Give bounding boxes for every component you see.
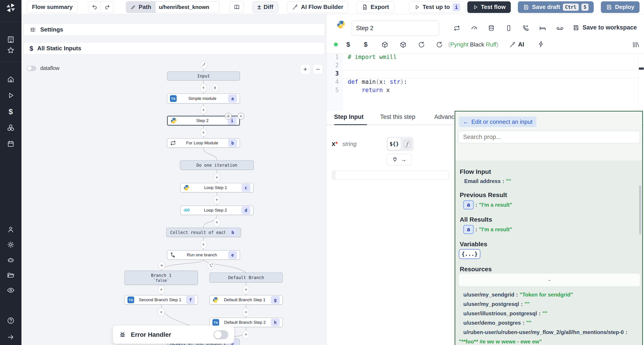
- zoom-out-button[interactable]: −: [313, 64, 323, 74]
- tab-test-this-step[interactable]: Test this step: [380, 113, 416, 120]
- sidebar-item-settings-gear-icon[interactable]: [7, 241, 14, 249]
- code-line[interactable]: def main(x: str):: [343, 78, 638, 87]
- remove-branch-button[interactable]: ×: [158, 261, 165, 270]
- node-for-loop[interactable]: For Loop Module b: [167, 138, 240, 148]
- node-loop-step-1[interactable]: Loop Step 1 c: [180, 183, 253, 192]
- refresh-icon[interactable]: [418, 41, 425, 48]
- add-step-button[interactable]: +: [158, 285, 164, 294]
- sidebar-item-help-icon[interactable]: [7, 317, 14, 325]
- path-label-segment[interactable]: Path: [126, 1, 156, 13]
- resource-row[interactable]: u/user/my_postgresql:"": [463, 301, 530, 307]
- redo-button[interactable]: [101, 1, 113, 13]
- error-handler-toggle[interactable]: [214, 330, 228, 339]
- connect-panel-scrollbar[interactable]: [639, 185, 641, 234]
- refresh-icon[interactable]: [436, 41, 443, 48]
- add-step-button[interactable]: +: [214, 196, 220, 204]
- sidebar-item-favorites-star-icon[interactable]: [7, 46, 14, 54]
- docs-book-button[interactable]: [230, 1, 244, 13]
- add-step-button[interactable]: +: [214, 218, 220, 227]
- connect-input-button[interactable]: →: [386, 154, 412, 165]
- early-stop-gauge-icon[interactable]: [471, 24, 478, 32]
- sidebar-item-resources-cubes-icon[interactable]: [7, 124, 14, 131]
- add-step-button[interactable]: +: [158, 308, 164, 317]
- code-editor[interactable]: # import wmilldef main(x: str): return x: [343, 54, 638, 111]
- resource-row[interactable]: u/user/demo_postgres:"": [463, 320, 531, 326]
- add-step-button[interactable]: +: [214, 173, 220, 182]
- add-branch-button[interactable]: [208, 261, 214, 270]
- edit-or-connect-back-button[interactable]: ← Edit or connect an input: [459, 116, 536, 127]
- code-line[interactable]: [343, 62, 638, 70]
- node-flow-input[interactable]: Input: [167, 71, 240, 80]
- resources-empty-box[interactable]: -: [459, 274, 640, 286]
- retry-icon[interactable]: [453, 24, 460, 32]
- sidebar-item-workers-robot-icon[interactable]: [7, 256, 14, 264]
- add-step-button[interactable]: +: [242, 285, 249, 294]
- export-button[interactable]: Export: [356, 1, 394, 13]
- node-loop-step-2[interactable]: -GO Loop Step 2 d: [180, 206, 253, 215]
- sleep-icon[interactable]: [539, 24, 546, 32]
- node-run-one-branch[interactable]: Run one branch e: [167, 250, 240, 260]
- sidebar-item-audit-eye-icon[interactable]: [7, 287, 14, 294]
- cache-database-icon[interactable]: [488, 24, 495, 32]
- variables-dollar-icon[interactable]: $: [364, 41, 368, 48]
- sidebar-item-schedules-calendar-icon[interactable]: [7, 140, 14, 148]
- search-prop-input[interactable]: [458, 131, 640, 143]
- bolt-icon[interactable]: [538, 41, 544, 47]
- code-overview-ruler[interactable]: [638, 54, 644, 111]
- concurrency-square-icon[interactable]: [505, 24, 512, 32]
- previous-result-row[interactable]: a:"I'm a result": [463, 200, 512, 209]
- deploy-button[interactable]: Deploy: [601, 1, 640, 13]
- save-to-workspace-button[interactable]: Save to workspace: [573, 24, 637, 31]
- trigger-bolt-button[interactable]: [212, 84, 218, 92]
- mock-voicemail-icon[interactable]: [556, 24, 564, 32]
- sidebar-item-variables-dollar-icon[interactable]: $: [9, 107, 13, 116]
- test-flow-button[interactable]: Test flow: [467, 1, 511, 13]
- all-results-row[interactable]: a:"I'm a result": [463, 225, 512, 234]
- variables-row[interactable]: {...}: [459, 249, 480, 259]
- code-line[interactable]: return x: [343, 87, 638, 95]
- sidebar-item-workspace[interactable]: [7, 36, 14, 43]
- step-name-input[interactable]: [352, 20, 439, 36]
- zoom-in-button[interactable]: +: [300, 64, 310, 74]
- add-step-button[interactable]: +: [200, 128, 207, 137]
- sidebar-item-home-icon[interactable]: [7, 75, 14, 83]
- code-line[interactable]: [343, 70, 638, 78]
- template-mode-button[interactable]: ${}: [388, 138, 401, 150]
- suspend-phone-icon[interactable]: [522, 24, 529, 32]
- node-default-branch-step-1[interactable]: Default Branch Step 1 g: [210, 295, 283, 305]
- sidebar-item-user-icon[interactable]: [7, 226, 14, 233]
- package-icon[interactable]: [400, 41, 407, 48]
- add-step-button[interactable]: +: [242, 330, 249, 339]
- resource-row-value[interactable]: "**foo** #e we w wewe - ewe ew": [459, 339, 542, 345]
- save-draft-button[interactable]: Save draft Ctrl S: [518, 1, 594, 13]
- sidebar-item-folders-icon[interactable]: [7, 271, 14, 279]
- add-step-button[interactable]: +: [200, 84, 207, 92]
- step-id-badge[interactable]: a: [463, 225, 474, 234]
- package-icon[interactable]: [381, 41, 388, 48]
- resource-row[interactable]: u/user/illustrious_postgresql:"": [463, 310, 548, 317]
- javascript-mode-button[interactable]: ƒ: [402, 138, 412, 150]
- tab-step-input[interactable]: Step Input: [334, 113, 364, 120]
- graph-ai-wand-button[interactable]: [200, 61, 208, 69]
- resource-row[interactable]: u/ruben-user/u/ruben-user/my_flow_2/g/al…: [463, 329, 629, 336]
- add-step-button[interactable]: +: [242, 308, 249, 317]
- node-branch-1[interactable]: Branch 1 `false`: [124, 271, 198, 285]
- flow-summary-button[interactable]: Flow summary: [27, 1, 78, 13]
- test-up-to-button[interactable]: Test up to i: [409, 1, 465, 13]
- sidebar-item-runs-play-icon[interactable]: [7, 92, 14, 99]
- code-line[interactable]: # import wmill: [343, 54, 638, 62]
- ai-gen-button[interactable]: AI: [509, 41, 524, 48]
- step-id-badge[interactable]: a: [463, 200, 474, 209]
- add-step-button[interactable]: +: [200, 106, 207, 114]
- add-step-button[interactable]: +: [200, 240, 207, 249]
- node-default-branch[interactable]: Default Branch: [210, 273, 283, 283]
- undo-button[interactable]: [88, 1, 101, 13]
- diff-button[interactable]: ±Diff: [252, 1, 278, 13]
- arg-value-input[interactable]: [332, 171, 449, 180]
- node-move-handle[interactable]: [225, 113, 232, 120]
- node-collect-result[interactable]: Collect result of each iteration b: [166, 228, 241, 237]
- node-delete-button[interactable]: ×: [238, 113, 244, 120]
- sidebar-collapse-arrow-icon[interactable]: [7, 333, 14, 341]
- library-icon[interactable]: [632, 41, 639, 48]
- node-do-one-iteration[interactable]: Do one iteration: [180, 160, 254, 170]
